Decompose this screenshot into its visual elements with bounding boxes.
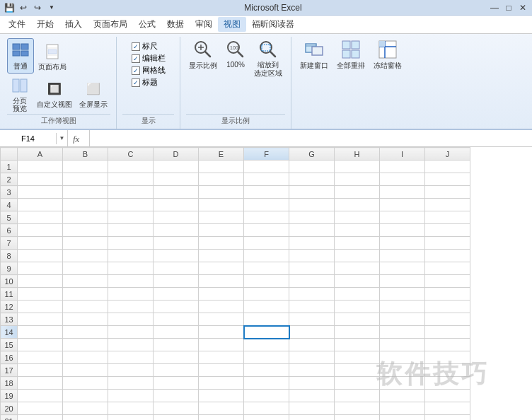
menu-home[interactable]: 开始 <box>31 17 59 32</box>
cell-A3[interactable] <box>18 186 63 199</box>
cell-I8[interactable] <box>380 250 425 262</box>
cell-D18[interactable] <box>154 377 199 390</box>
cell-J3[interactable] <box>425 186 470 199</box>
row-header-5[interactable]: 5 <box>1 211 18 224</box>
cell-I5[interactable] <box>380 211 425 224</box>
cell-C19[interactable] <box>108 390 154 402</box>
cell-E1[interactable] <box>199 161 244 173</box>
cell-E13[interactable] <box>199 313 244 326</box>
cell-F15[interactable] <box>244 339 289 351</box>
cell-I13[interactable] <box>380 313 425 326</box>
cell-H4[interactable] <box>335 199 380 211</box>
cell-G11[interactable] <box>289 288 335 301</box>
cell-C15[interactable] <box>108 339 154 351</box>
view-custom-button[interactable]: 🔲 自定义视图 <box>34 74 75 114</box>
cell-J4[interactable] <box>425 199 470 211</box>
cell-G21[interactable] <box>289 415 335 421</box>
cell-F8[interactable] <box>244 250 289 262</box>
cell-B5[interactable] <box>63 211 108 224</box>
cell-F21[interactable] <box>244 415 289 421</box>
cell-D15[interactable] <box>154 339 199 351</box>
cell-J2[interactable] <box>425 173 470 186</box>
row-header-9[interactable]: 9 <box>1 262 18 275</box>
cell-F9[interactable] <box>244 262 289 275</box>
cell-A1[interactable] <box>18 161 63 173</box>
cell-F2[interactable] <box>244 173 289 186</box>
cell-J6[interactable] <box>425 224 470 237</box>
cell-D1[interactable] <box>154 161 199 173</box>
cell-C11[interactable] <box>108 288 154 301</box>
cell-J10[interactable] <box>425 275 470 288</box>
cell-E16[interactable] <box>199 351 244 364</box>
cell-C1[interactable] <box>108 161 154 173</box>
cell-D20[interactable] <box>154 402 199 415</box>
cell-E11[interactable] <box>199 288 244 301</box>
cell-F20[interactable] <box>244 402 289 415</box>
cell-C10[interactable] <box>108 275 154 288</box>
cell-H5[interactable] <box>335 211 380 224</box>
cell-J15[interactable] <box>425 339 470 351</box>
cell-E14[interactable] <box>199 326 244 339</box>
cell-A7[interactable] <box>18 237 63 250</box>
cell-D16[interactable] <box>154 351 199 364</box>
cell-G12[interactable] <box>289 301 335 313</box>
cell-G7[interactable] <box>289 237 335 250</box>
cell-E7[interactable] <box>199 237 244 250</box>
cell-G6[interactable] <box>289 224 335 237</box>
cell-F18[interactable] <box>244 377 289 390</box>
cell-D14[interactable] <box>154 326 199 339</box>
cell-G3[interactable] <box>289 186 335 199</box>
cell-C4[interactable] <box>108 199 154 211</box>
cell-H3[interactable] <box>335 186 380 199</box>
cell-F6[interactable] <box>244 224 289 237</box>
cell-C2[interactable] <box>108 173 154 186</box>
menu-pagelayout[interactable]: 页面布局 <box>88 17 133 32</box>
cell-D19[interactable] <box>154 390 199 402</box>
minimize-button[interactable]: — <box>488 1 501 14</box>
cell-C7[interactable] <box>108 237 154 250</box>
cell-E20[interactable] <box>199 402 244 415</box>
cell-F19[interactable] <box>244 390 289 402</box>
close-button[interactable]: ✕ <box>516 1 529 14</box>
row-header-18[interactable]: 18 <box>1 377 18 390</box>
cell-B9[interactable] <box>63 262 108 275</box>
cell-I20[interactable] <box>380 402 425 415</box>
cell-C12[interactable] <box>108 301 154 313</box>
cell-C16[interactable] <box>108 351 154 364</box>
cell-J8[interactable] <box>425 250 470 262</box>
menu-formula[interactable]: 公式 <box>133 17 161 32</box>
cell-B1[interactable] <box>63 161 108 173</box>
cell-F12[interactable] <box>244 301 289 313</box>
cell-H11[interactable] <box>335 288 380 301</box>
cell-B15[interactable] <box>63 339 108 351</box>
cell-A19[interactable] <box>18 390 63 402</box>
cell-A21[interactable] <box>18 415 63 421</box>
cell-A6[interactable] <box>18 224 63 237</box>
cell-C8[interactable] <box>108 250 154 262</box>
cell-G5[interactable] <box>289 211 335 224</box>
cell-F3[interactable] <box>244 186 289 199</box>
cell-D21[interactable] <box>154 415 199 421</box>
cell-B7[interactable] <box>63 237 108 250</box>
col-header-I[interactable]: I <box>380 148 425 161</box>
row-header-10[interactable]: 10 <box>1 275 18 288</box>
cell-J14[interactable] <box>425 326 470 339</box>
cell-H15[interactable] <box>335 339 380 351</box>
cell-C21[interactable] <box>108 415 154 421</box>
cell-H1[interactable] <box>335 161 380 173</box>
cell-D7[interactable] <box>154 237 199 250</box>
view-fullscreen-button[interactable]: ⬜ 全屏显示 <box>76 74 110 114</box>
cell-B18[interactable] <box>63 377 108 390</box>
cell-C6[interactable] <box>108 224 154 237</box>
cell-I9[interactable] <box>380 262 425 275</box>
cell-H7[interactable] <box>335 237 380 250</box>
cell-I3[interactable] <box>380 186 425 199</box>
col-header-J[interactable]: J <box>425 148 470 161</box>
row-header-16[interactable]: 16 <box>1 351 18 364</box>
col-header-C[interactable]: C <box>108 148 154 161</box>
cell-A2[interactable] <box>18 173 63 186</box>
cell-A15[interactable] <box>18 339 63 351</box>
cell-I18[interactable] <box>380 377 425 390</box>
cell-B6[interactable] <box>63 224 108 237</box>
cell-D5[interactable] <box>154 211 199 224</box>
